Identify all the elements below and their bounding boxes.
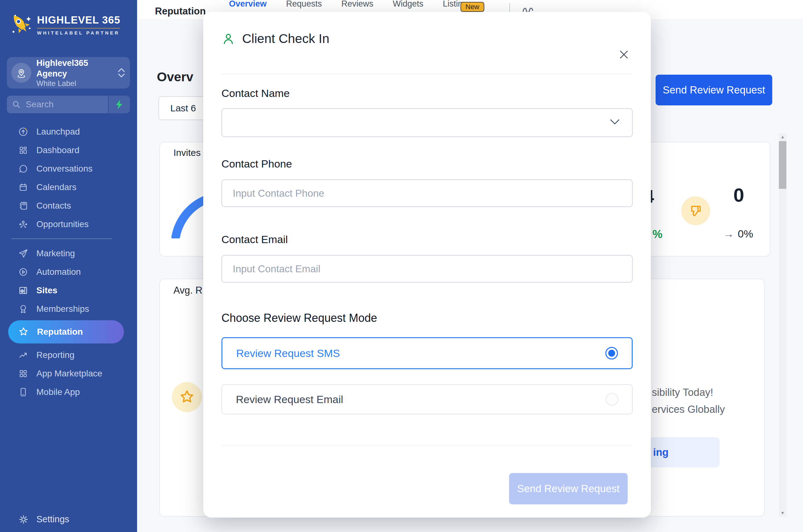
location-pin-icon <box>11 63 31 83</box>
scrollbar-thumb[interactable] <box>779 141 786 189</box>
option-sms-label: Review Request SMS <box>236 347 340 360</box>
modal-send-review-request-button[interactable]: Send Review Request <box>509 473 628 505</box>
tab-overview[interactable]: Overview <box>229 0 267 12</box>
scrollbar-down-arrow[interactable]: ▼ <box>779 509 786 516</box>
brand-logo: HIGHLEVEL 365 WHITELABEL PARTNER <box>9 11 120 39</box>
modal-header-divider <box>222 74 633 74</box>
sidebar-item-conversations[interactable]: Conversations <box>0 159 137 178</box>
option-review-request-sms[interactable]: Review Request SMS <box>222 337 633 369</box>
sidebar-item-label: Automation <box>36 267 81 277</box>
automation-play-icon <box>18 267 28 277</box>
agency-switcher[interactable]: Highlevel365 Agency White Label <box>7 57 130 89</box>
overview-heading: Overv <box>157 70 193 84</box>
app-screen: Reputation Overview Requests Reviews Wid… <box>0 0 803 532</box>
sidebar-item-label: Calendars <box>36 182 77 192</box>
reputation-star-icon <box>18 326 29 337</box>
sidebar-item-label: Reporting <box>36 350 74 360</box>
tab-widgets[interactable]: Widgets <box>393 0 423 12</box>
opportunities-icon <box>18 219 28 229</box>
option-review-request-email[interactable]: Review Request Email <box>222 384 633 414</box>
sidebar-item-label: Launchpad <box>36 127 80 137</box>
stat-right-delta-value: 0% <box>738 228 753 240</box>
tab-requests[interactable]: Requests <box>286 0 322 12</box>
option-email-label: Review Request Email <box>236 393 343 405</box>
review-request-mode-heading: Choose Review Request Mode <box>222 311 633 325</box>
modal-footer: Send Review Request <box>222 473 633 505</box>
calendar-icon <box>18 182 28 192</box>
stat-right-value: 0 <box>733 184 744 206</box>
tab-reviews[interactable]: Reviews <box>341 0 373 12</box>
close-icon[interactable] <box>616 47 631 62</box>
sidebar-item-contacts[interactable]: Contacts <box>0 196 137 215</box>
sidebar-item-label: Reputation <box>37 327 83 337</box>
contact-email-input[interactable] <box>222 255 633 283</box>
rocket-logo-icon <box>9 11 33 39</box>
sidebar-item-opportunities[interactable]: Opportunities <box>0 215 137 233</box>
contact-email-label: Contact Email <box>222 233 633 246</box>
sidebar-item-calendars[interactable]: Calendars <box>0 178 137 196</box>
sidebar-item-label: Memberships <box>36 304 89 314</box>
medal-icon <box>18 304 28 314</box>
sidebar-item-memberships[interactable]: Memberships <box>0 300 137 318</box>
promo-text-line2: ervices Globally <box>652 403 725 415</box>
sidebar-item-mobile-app[interactable]: Mobile App <box>0 383 137 401</box>
sidebar-item-label: Sites <box>36 285 57 296</box>
sidebar-item-app-marketplace[interactable]: App Marketplace <box>0 364 137 383</box>
contact-phone-label: Contact Phone <box>222 158 633 170</box>
sidebar-menu: Launchpad Dashboard Conversations Calend… <box>0 122 137 401</box>
contact-name-select[interactable] <box>222 108 633 137</box>
stat-left-percent: % <box>652 228 663 241</box>
dashboard-icon <box>18 145 28 155</box>
sites-icon <box>18 285 28 296</box>
brand-subtitle: WHITELABEL PARTNER <box>37 30 120 35</box>
send-review-request-button[interactable]: Send Review Request <box>655 75 772 106</box>
radio-selected-icon[interactable] <box>605 347 618 360</box>
topbar-divider <box>510 3 510 12</box>
sidebar-item-launchpad[interactable]: Launchpad <box>0 122 137 141</box>
sidebar-item-automation[interactable]: Automation <box>0 263 137 281</box>
modal-title: Client Check In <box>242 31 329 46</box>
chevron-down-icon <box>610 118 620 127</box>
scrollbar-track[interactable] <box>779 133 786 517</box>
sidebar-item-dashboard[interactable]: Dashboard <box>0 141 137 159</box>
contact-phone-input[interactable] <box>222 179 633 207</box>
search-box[interactable] <box>7 96 108 113</box>
contacts-book-icon <box>18 201 28 211</box>
sidebar-item-settings[interactable]: Settings <box>0 510 155 529</box>
sidebar-item-sites[interactable]: Sites <box>0 281 137 300</box>
sidebar-item-label: Mobile App <box>36 387 80 397</box>
chat-bubble-icon <box>18 164 28 174</box>
sidebar-search-row <box>7 96 130 113</box>
sidebar-item-label: Settings <box>36 514 69 525</box>
star-icon <box>172 382 202 412</box>
sidebar-item-label: Opportunities <box>36 219 89 229</box>
sidebar-item-label: Dashboard <box>36 145 79 155</box>
stat-right-delta: → 0% <box>723 228 753 240</box>
phone-icon <box>18 387 28 397</box>
sidebar-item-label: Marketing <box>36 248 75 259</box>
page-title: Reputation <box>155 6 206 17</box>
sidebar: HIGHLEVEL 365 WHITELABEL PARTNER Highlev… <box>0 0 137 532</box>
modal-header: Client Check In <box>222 12 633 46</box>
sidebar-item-label: Conversations <box>36 164 93 174</box>
promo-text-line1: sibility Today! <box>652 386 713 398</box>
search-input[interactable] <box>25 99 102 110</box>
lightning-bolt-icon <box>114 99 124 110</box>
gear-icon <box>18 514 29 525</box>
radio-unselected-icon[interactable] <box>606 393 618 405</box>
chevron-up-down-icon <box>117 68 126 78</box>
paper-plane-icon <box>18 248 28 259</box>
sidebar-item-label: App Marketplace <box>36 368 102 379</box>
brand-title: HIGHLEVEL 365 <box>37 14 120 26</box>
scrollbar-up-arrow[interactable]: ▲ <box>779 133 786 140</box>
sidebar-item-reporting[interactable]: Reporting <box>0 346 137 364</box>
quick-actions-button[interactable] <box>109 96 130 113</box>
sidebar-item-marketing[interactable]: Marketing <box>0 244 137 263</box>
trend-chart-icon <box>18 350 28 360</box>
sidebar-divider <box>11 239 112 239</box>
sidebar-item-reputation[interactable]: Reputation <box>8 320 124 343</box>
sidebar-item-label: Contacts <box>36 201 71 211</box>
invites-card-title: Invites <box>173 148 201 158</box>
avg-card-title: Avg. R <box>173 285 202 296</box>
grid-icon <box>18 368 28 379</box>
